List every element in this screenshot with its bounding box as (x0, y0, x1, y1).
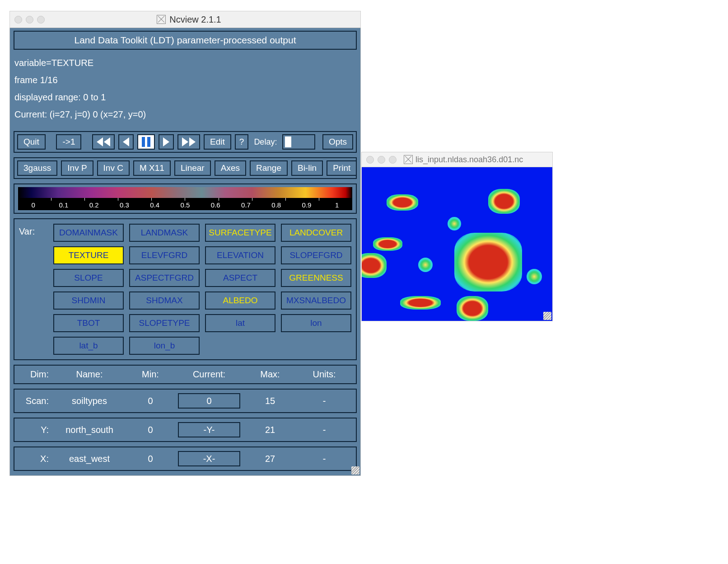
header-banner: Land Data Toolkit (LDT) parameter-proces… (14, 31, 357, 50)
var-elevation[interactable]: ELEVATION (205, 246, 275, 264)
delay-input[interactable] (282, 134, 315, 150)
close-icon[interactable] (366, 156, 374, 164)
var-elevfgrd[interactable]: ELEVFGRD (129, 246, 200, 264)
var-lat_b[interactable]: lat_b (53, 337, 124, 355)
dim-name: north_south (53, 425, 126, 435)
dim-current[interactable]: -Y- (178, 422, 240, 437)
step-fwd-button[interactable] (159, 134, 174, 150)
data-canvas[interactable] (361, 167, 553, 321)
inv-c-button[interactable]: Inv C (97, 160, 130, 176)
tick-label: 0.6 (201, 201, 231, 209)
dim-col-min: Min: (126, 369, 175, 380)
tick-label: 0.7 (231, 201, 261, 209)
colorbar-ticklabels: 00.10.20.30.40.50.60.70.80.91 (18, 201, 352, 210)
var-slopetype[interactable]: SLOPETYPE (129, 314, 200, 332)
minimize-icon[interactable] (26, 16, 33, 24)
var-shdmax[interactable]: SHDMAX (129, 291, 200, 310)
opts-button[interactable]: Opts (322, 134, 353, 150)
pause-button[interactable] (137, 134, 155, 150)
dim-current[interactable]: -X- (178, 451, 240, 466)
range-button[interactable]: Range (250, 160, 288, 176)
info-range: displayed range: 0 to 1 (14, 89, 356, 106)
bi-lin-button[interactable]: Bi-lin (291, 160, 323, 176)
resize-grip[interactable] (351, 466, 359, 475)
colorbar-gradient (18, 187, 352, 198)
tick-label: 0.4 (140, 201, 170, 209)
dim-min[interactable]: 0 (126, 396, 175, 406)
dim-name: soiltypes (53, 396, 126, 406)
dim-row-east_west: X:east_west0-X-27- (14, 446, 357, 471)
var-tbot[interactable]: TBOT (53, 314, 124, 332)
data-titlebar[interactable]: lis_input.nldas.noah36.d01.nc (361, 152, 553, 167)
close-icon[interactable] (14, 16, 22, 24)
dim-row-north_south: Y:north_south0-Y-21- (14, 418, 357, 442)
minimize-icon[interactable] (378, 156, 385, 164)
dim-col-max: Max: (243, 369, 297, 380)
step-back-button[interactable] (118, 134, 134, 150)
tick-label: 0.1 (48, 201, 79, 209)
var-texture[interactable]: TEXTURE (53, 246, 124, 264)
var-lon_b[interactable]: lon_b (129, 337, 200, 355)
dim-units: - (297, 425, 351, 435)
dim-col-cur: Current: (175, 369, 243, 380)
fast-fwd-button[interactable] (177, 134, 200, 150)
axes-button[interactable]: Axes (215, 160, 246, 176)
transport-row: Quit ->1 Edit ? Delay: (14, 131, 357, 153)
tick-label: 0 (18, 201, 48, 209)
tick-label: 0.3 (109, 201, 140, 209)
dim-header-box: Dim: Name: Min: Current: Max: Units: (14, 365, 357, 384)
var-lon[interactable]: lon (281, 314, 351, 332)
help-button[interactable]: ? (235, 134, 249, 150)
var-slope[interactable]: SLOPE (53, 269, 124, 287)
var-lat[interactable]: lat (205, 314, 275, 332)
tick-label: 1 (322, 201, 352, 209)
info-variable: variable=TEXTURE (14, 54, 356, 71)
var-slopefgrd[interactable]: SLOPEFGRD (281, 246, 351, 264)
var-landmask[interactable]: LANDMASK (129, 224, 200, 242)
dim-max[interactable]: 27 (243, 454, 297, 464)
main-titlebar[interactable]: Ncview 2.1.1 (9, 11, 361, 28)
dim-row-soiltypes: Scan:soiltypes0015- (14, 389, 357, 413)
m-x11-button[interactable]: M X11 (133, 160, 171, 176)
info-current: Current: (i=27, j=0) 0 (x=27, y=0) (14, 106, 356, 123)
dim-min[interactable]: 0 (126, 454, 175, 464)
options-row: 3gaussInv PInv CM X11LinearAxesRangeBi-l… (14, 157, 357, 179)
x11-icon (404, 155, 413, 164)
var-shdmin[interactable]: SHDMIN (53, 291, 124, 310)
dim-col-name: Name: (53, 369, 126, 380)
colorbar[interactable]: 00.10.20.30.40.50.60.70.80.91 (14, 183, 357, 214)
tick-label: 0.8 (261, 201, 291, 209)
dim-label: Y: (17, 425, 53, 435)
speed-button[interactable]: ->1 (56, 134, 81, 150)
var-aspectfgrd[interactable]: ASPECTFGRD (129, 269, 200, 287)
dim-max[interactable]: 15 (243, 396, 297, 406)
dim-max[interactable]: 21 (243, 425, 297, 435)
dim-units: - (297, 396, 351, 406)
var-landcover[interactable]: LANDCOVER (281, 224, 351, 242)
var-domainmask[interactable]: DOMAINMASK (53, 224, 124, 242)
dim-min[interactable]: 0 (126, 425, 175, 435)
linear-button[interactable]: Linear (174, 160, 211, 176)
var-mxsnalbedo[interactable]: MXSNALBEDO (281, 291, 351, 310)
main-window-title: Ncview 2.1.1 (169, 14, 221, 25)
var-albedo[interactable]: ALBEDO (205, 291, 275, 310)
dim-label: Scan: (17, 396, 53, 406)
data-window-title: lis_input.nldas.noah36.d01.nc (415, 155, 523, 164)
3gauss-button[interactable]: 3gauss (17, 160, 57, 176)
dim-current[interactable]: 0 (178, 393, 240, 409)
zoom-icon[interactable] (37, 16, 45, 24)
zoom-icon[interactable] (389, 156, 397, 164)
info-frame: frame 1/16 (14, 71, 356, 89)
edit-button[interactable]: Edit (204, 134, 231, 150)
var-greenness[interactable]: GREENNESS (281, 269, 351, 287)
rewind-button[interactable] (92, 134, 115, 150)
quit-button[interactable]: Quit (17, 134, 46, 150)
print-button[interactable]: Print (327, 160, 357, 176)
var-surfacetype[interactable]: SURFACETYPE (205, 224, 275, 242)
resize-grip[interactable] (543, 312, 551, 320)
dim-col-dim: Dim: (17, 369, 53, 380)
inv-p-button[interactable]: Inv P (61, 160, 93, 176)
var-label: Var: (19, 224, 46, 355)
variable-chooser: Var: DOMAINMASKLANDMASKSURFACETYPELANDCO… (14, 218, 357, 360)
var-aspect[interactable]: ASPECT (205, 269, 275, 287)
